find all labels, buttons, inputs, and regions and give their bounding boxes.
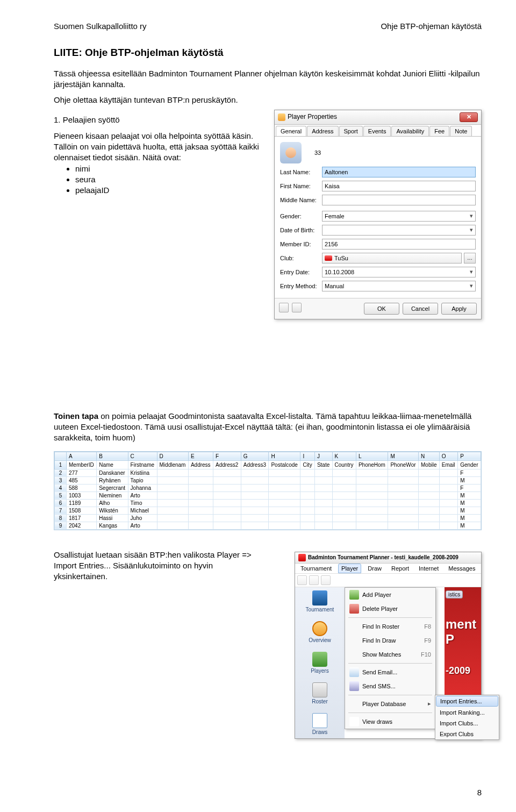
excel-col: M (388, 452, 419, 460)
excel-cell (241, 499, 269, 507)
excel-header: Postalcode (269, 460, 300, 469)
excel-cell (300, 484, 314, 492)
memberid-input[interactable] (322, 239, 476, 250)
excel-rownum: 7 (55, 507, 67, 514)
excel-col: P (458, 452, 481, 460)
menu-item-find-in-roster[interactable]: Find In RosterF8 (345, 619, 435, 633)
excel-cell: Kangas (97, 522, 128, 529)
side-players[interactable]: Players (311, 652, 328, 674)
tab-general[interactable]: General (276, 126, 306, 136)
table-row: 2277DanskanerKristiinaF (55, 469, 481, 476)
submenu-item-import-entries-[interactable]: Import Entries... (436, 696, 498, 707)
btp-screenshot: Badminton Tournament Planner - testi_kau… (295, 552, 482, 739)
menu-messages[interactable]: Messages (445, 564, 478, 573)
blank-icon (349, 622, 359, 631)
excel-cell (419, 499, 440, 507)
menu-draw[interactable]: Draw (364, 564, 385, 573)
submenu-item-import-ranking-[interactable]: Import Ranking... (435, 707, 499, 718)
first-name-input[interactable] (322, 181, 476, 191)
excel-cell: Arto (128, 492, 157, 499)
menu-item-send-sms-[interactable]: Send SMS... (345, 679, 435, 693)
menu-item-view-draws[interactable]: View draws (345, 715, 435, 729)
menu-item-add-player[interactable]: Add Player (345, 588, 435, 602)
last-name-input[interactable] (322, 167, 476, 177)
excel-cell (157, 469, 188, 476)
entrymethod-select[interactable]: Manual (322, 281, 476, 291)
excel-col: E (188, 452, 213, 460)
menu-item-label: Send Email... (362, 669, 397, 675)
toolbar-new-icon[interactable] (297, 575, 307, 585)
excel-rownum: 2 (55, 469, 67, 476)
entrydate-label: Entry Date: (280, 269, 322, 275)
excel-header: PhoneWor (388, 460, 419, 469)
excel-col: O (439, 452, 457, 460)
page-number: 8 (477, 788, 482, 797)
table-row: 92042KangasArtoM (55, 522, 481, 529)
side-overview[interactable]: Overview (309, 621, 331, 643)
excel-cell (213, 484, 241, 492)
excel-cell (314, 499, 332, 507)
excel-cell: Arto (128, 522, 157, 529)
side-roster[interactable]: Roster (312, 682, 327, 704)
excel-cell (269, 469, 300, 476)
excel-cell: Johanna (128, 484, 157, 492)
cancel-button[interactable]: Cancel (403, 303, 438, 315)
prev-record-icon[interactable] (279, 303, 289, 312)
tab-address[interactable]: Address (307, 126, 338, 136)
excel-cell (241, 507, 269, 514)
menu-separator (348, 713, 432, 713)
next-record-icon[interactable] (292, 303, 302, 312)
excel-cell (241, 476, 269, 484)
excel-cell (388, 507, 419, 514)
excel-cell (314, 522, 332, 529)
dob-select[interactable] (322, 225, 476, 236)
menu-item-find-in-draw[interactable]: Find In DrawF9 (345, 633, 435, 647)
menu-item-player-database[interactable]: Player Database (345, 697, 435, 711)
middle-name-input[interactable] (322, 195, 476, 205)
tab-availability[interactable]: Availability (391, 126, 429, 136)
menu-item-show-matches[interactable]: Show MatchesF10 (345, 647, 435, 661)
side-draws[interactable]: Draws (312, 713, 327, 735)
tab-sport[interactable]: Sport (339, 126, 363, 136)
ok-button[interactable]: OK (364, 303, 399, 315)
excel-col: K (332, 452, 356, 460)
excel-col: G (241, 452, 269, 460)
menu-player[interactable]: Player (338, 564, 361, 573)
tab-events[interactable]: Events (363, 126, 391, 136)
excel-cell (213, 469, 241, 476)
submenu-item-export-clubs[interactable]: Export Clubs (435, 729, 499, 739)
menu-report[interactable]: Report (388, 564, 412, 573)
tab-note[interactable]: Note (450, 126, 472, 136)
apply-button[interactable]: Apply (441, 303, 477, 315)
excel-cell (332, 492, 356, 499)
gender-select[interactable]: Female (322, 211, 476, 222)
excel-cell (314, 492, 332, 499)
excel-rownum: 3 (55, 476, 67, 484)
menu-internet[interactable]: Internet (415, 564, 442, 573)
club-field[interactable]: TuSu (322, 253, 462, 263)
excel-cell: Timo (128, 499, 157, 507)
excel-cell (269, 484, 300, 492)
excel-cell: Wikstén (97, 507, 128, 514)
club-flag-icon (325, 255, 332, 261)
entrydate-select[interactable]: 10.10.2008 (322, 267, 476, 277)
menu-tournament[interactable]: Tournament (297, 564, 335, 573)
excel-cell: 1003 (67, 492, 97, 499)
menu-item-delete-player[interactable]: Delete Player (345, 602, 435, 616)
excel-col: D (157, 452, 188, 460)
tab-fee[interactable]: Fee (429, 126, 449, 136)
club-browse-button[interactable]: … (464, 253, 476, 263)
close-button[interactable]: ✕ (460, 112, 478, 122)
submenu-item-import-clubs-[interactable]: Import Clubs... (435, 718, 499, 729)
table-row: 61189AlhoTimoM (55, 499, 481, 507)
excel-cell (157, 492, 188, 499)
toolbar-save-icon[interactable] (321, 575, 331, 585)
excel-header: PhoneHom (356, 460, 388, 469)
side-tournament[interactable]: Tournament (306, 590, 334, 612)
member-short: 33 (314, 149, 321, 156)
excel-header: MemberID (67, 460, 97, 469)
menu-item-send-email-[interactable]: Send Email... (345, 665, 435, 679)
toolbar-open-icon[interactable] (309, 575, 319, 585)
excel-cell (332, 507, 356, 514)
excel-cell (439, 484, 457, 492)
